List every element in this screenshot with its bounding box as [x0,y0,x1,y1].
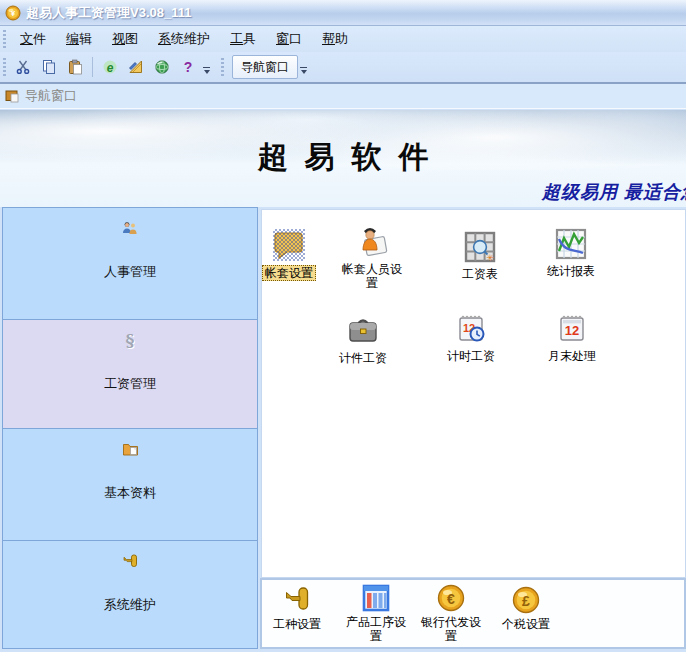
calendar-12-icon: 12 [554,311,590,347]
launcher-label: 帐套人员设置 [341,262,404,290]
coin-icon: ¥ [5,5,21,21]
launcher-statistical-reports[interactable]: 统计报表 [526,226,616,278]
toolbar: e ? 导航窗口 [0,52,686,82]
users-icon [121,219,139,237]
copy-icon [41,59,57,75]
nav-pane-title: 导航窗口 [25,87,77,105]
briefcase-icon [345,313,381,349]
design-button[interactable] [124,55,148,79]
globe-button[interactable] [150,55,174,79]
globe-icon [154,59,170,75]
navbar-grip[interactable] [221,58,224,76]
help-icon: ? [180,59,196,75]
menu-system-maintenance[interactable]: 系统维护 [148,27,220,51]
sidebar-item-label: 系统维护 [104,596,156,614]
sidebar-item-payroll[interactable]: § 工资管理 [2,319,258,429]
sidebar-item-personnel[interactable]: 人事管理 [2,207,258,320]
menu-help[interactable]: 帮助 [312,27,358,51]
launcher-personal-tax-settings[interactable]: £ 个税设置 [483,585,569,631]
menu-window[interactable]: 窗口 [266,27,312,51]
toolbar-separator [92,57,93,77]
launcher-payroll-table[interactable]: ✳ 工资表 [435,229,525,281]
hammer-icon [121,552,139,570]
svg-text:e: e [107,61,114,75]
copy-button[interactable] [37,55,61,79]
launcher-label: 银行代发设置 [420,615,483,643]
title-bar: ¥ 超易人事工资管理V3.08_111 [0,0,686,26]
launcher-label: 月末处理 [546,349,598,363]
svg-text:✳: ✳ [486,253,494,263]
sidebar-item-label: 人事管理 [104,263,156,281]
sidebar-item-basic-data[interactable]: 基本资料 [2,428,258,541]
help-button[interactable]: ? [176,55,200,79]
launcher-label: 个税设置 [500,617,552,631]
menu-bar: 文件 编辑 视图 系统维护 工具 窗口 帮助 [0,26,686,52]
launcher-piece-rate-wage[interactable]: 计件工资 [318,313,408,365]
launcher-hourly-wage[interactable]: 12 计时工资 [426,311,516,363]
launcher-label: 计件工资 [337,351,389,365]
brand-title: 超易软件 [0,137,686,178]
svg-text:£: £ [522,593,530,609]
launcher-job-type-settings[interactable]: 工种设置 [254,585,340,631]
launcher-label: 产品工序设置 [345,615,408,643]
svg-text:€: € [447,591,455,607]
launcher-month-end-processing[interactable]: 12 月末处理 [527,311,617,363]
ie-icon: e [102,59,118,75]
app-window: ¥ 超易人事工资管理V3.08_111 文件 编辑 视图 系统维护 工具 窗口 … [0,0,686,652]
menu-tools[interactable]: 工具 [220,27,266,51]
brand-slogan: 超级易用 最适合您 [542,180,686,204]
launcher-label: 计时工资 [445,349,497,363]
section-sign-icon: § [126,331,135,349]
svg-text:12: 12 [565,323,579,338]
toolbar-overflow-icon[interactable] [203,67,210,74]
paste-icon [67,59,83,75]
internet-button[interactable]: e [98,55,122,79]
svg-text:?: ? [184,59,193,75]
menubar-grip[interactable] [3,30,6,48]
euro-coin-icon: € [436,583,466,613]
window-title: 超易人事工资管理V3.08_111 [26,4,191,22]
launcher-label: 统计报表 [545,264,597,278]
menu-file[interactable]: 文件 [10,27,56,51]
pound-coin-icon: £ [511,585,541,615]
toolbar-grip[interactable] [3,58,6,76]
sidebar-item-label: 工资管理 [104,375,156,393]
navbar-overflow-icon[interactable] [300,67,307,74]
gavel-icon [282,585,312,615]
calendar-clock-icon: 12 [453,311,489,347]
menu-view[interactable]: 视图 [102,27,148,51]
launcher-bank-payment-settings[interactable]: € 银行代发设置 [408,583,494,643]
banner: 超易软件 超级易用 最适合您 [0,110,686,207]
paste-button[interactable] [63,55,87,79]
launcher-label: 帐套设置 [262,265,316,281]
launcher-account-set-settings[interactable]: 帐套设置 [246,227,332,281]
launcher-label: 工资表 [460,267,500,281]
payroll-grid-icon: ✳ [462,229,498,265]
menu-edit[interactable]: 编辑 [56,27,102,51]
launcher-product-process-settings[interactable]: 产品工序设置 [333,583,419,643]
sidebar-item-system-maintenance[interactable]: 系统维护 [2,540,258,649]
launcher-account-personnel-settings[interactable]: 帐套人员设置 [327,224,417,290]
window-icon [5,89,19,103]
sidebar: 人事管理 § 工资管理 基本资料 系统维护 [2,207,258,652]
nav-window-button[interactable]: 导航窗口 [232,55,298,79]
svg-text:¥: ¥ [11,9,16,18]
launcher-label: 工种设置 [271,617,323,631]
process-table-icon [361,583,391,613]
nav-pane-caption: 导航窗口 [0,84,686,109]
account-set-icon [271,227,307,263]
design-ruler-icon [128,59,144,75]
folder-icon [122,440,139,458]
sidebar-item-label: 基本资料 [104,484,156,502]
stats-chart-icon [553,226,589,262]
cut-button[interactable] [11,55,35,79]
person-pad-icon [354,224,390,260]
cut-icon [15,59,31,75]
